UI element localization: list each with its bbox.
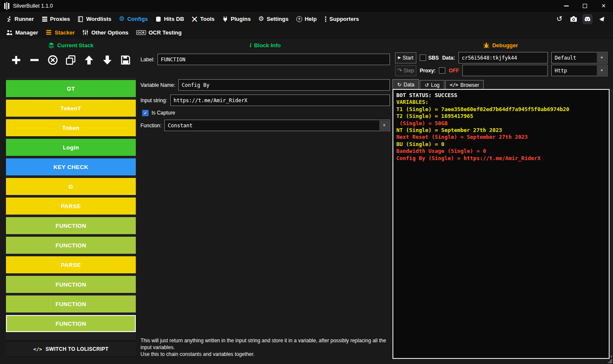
console-line: VARIABLES:: [396, 99, 606, 106]
switch-to-loliscript-button[interactable]: </> SWITCH TO LOLISCRIPT: [6, 341, 136, 357]
menu-item-label: Runner: [14, 16, 34, 22]
block-info-title: Block Info: [254, 42, 281, 49]
main-menubar: Runner Proxies Wordlists ⚙ Configs Hits …: [0, 12, 613, 26]
info-icon: i: [249, 42, 251, 49]
proxies-icon: [42, 16, 48, 22]
stack-block[interactable]: Login: [6, 139, 136, 156]
add-block-button[interactable]: [10, 54, 23, 66]
label-row: Label:: [140, 54, 390, 65]
stack-block[interactable]: FUNCTION: [6, 276, 136, 293]
menu-item-help[interactable]: ? Help: [292, 12, 321, 26]
minimize-button[interactable]: [557, 0, 576, 12]
proxy-type-dropdown[interactable]: Http ▼: [551, 65, 607, 76]
stack-block[interactable]: TokenT: [6, 100, 136, 117]
step-button-label: Step: [404, 68, 414, 74]
start-button[interactable]: ▶ Start: [395, 52, 416, 63]
manager-people-icon: [6, 29, 13, 35]
wordlist-type-dropdown[interactable]: Default ▼: [551, 52, 607, 63]
stack-block[interactable]: G: [6, 178, 136, 195]
is-capture-row: ✓ Is Capture: [142, 109, 392, 116]
debugger-row-2: ↷ Step Proxy: OFF Http ▼: [395, 65, 607, 76]
menu-item-hits-db[interactable]: Hits DB: [152, 12, 188, 26]
input-string-label: Input string:: [140, 97, 167, 103]
stack-block-selected[interactable]: FUNCTION: [6, 315, 136, 332]
stack-block[interactable]: KEY CHECK: [6, 158, 136, 175]
menu-item-proxies[interactable]: Proxies: [38, 12, 74, 26]
tab-browser[interactable]: </> Browser: [445, 80, 484, 89]
window-resize-grip[interactable]: [607, 358, 612, 363]
history-button[interactable]: ↺: [554, 14, 564, 24]
proxy-input[interactable]: [462, 65, 548, 76]
stack-block[interactable]: PARSE: [6, 256, 136, 273]
stack-block[interactable]: GT: [6, 80, 136, 97]
log-history-icon: ↺: [424, 83, 429, 88]
menu-item-label: Wordlists: [86, 16, 111, 22]
clone-block-button[interactable]: [64, 54, 77, 66]
menu-item-settings[interactable]: ⚙ Settings: [255, 12, 292, 26]
save-stack-button[interactable]: [119, 54, 132, 66]
stack-block[interactable]: FUNCTION: [6, 237, 136, 254]
stack-layers-icon: [48, 42, 54, 49]
plus-icon: [11, 55, 21, 65]
input-string-input[interactable]: [170, 95, 390, 106]
wordlists-icon: [77, 16, 83, 22]
stack-block[interactable]: Token: [6, 119, 136, 136]
settings-gear-icon: ⚙: [258, 16, 264, 22]
console-scrollbar[interactable]: ▼: [610, 89, 613, 359]
debugger-header: Debugger: [392, 42, 609, 49]
menu-item-runner[interactable]: Runner: [2, 12, 38, 26]
browser-code-icon: </>: [450, 82, 458, 88]
switch-button-label: SWITCH TO LOLISCRIPT: [46, 346, 109, 352]
console-line: (Single) = 50GB: [396, 120, 606, 127]
menu-item-label: Hits DB: [164, 16, 184, 22]
menu-item-plugins[interactable]: Plugins: [218, 12, 255, 26]
data-input[interactable]: [458, 52, 548, 63]
clear-stack-button[interactable]: [46, 54, 59, 66]
tab-log[interactable]: ↺ Log: [420, 80, 444, 89]
history-icon: ↺: [556, 15, 562, 23]
function-dropdown[interactable]: Constant ▼: [164, 120, 390, 131]
console-line: BU (Single) = 0: [396, 141, 606, 148]
sbs-checkbox[interactable]: [420, 54, 426, 61]
plug-icon: [222, 16, 228, 22]
is-capture-checkbox[interactable]: ✓: [142, 110, 149, 116]
scroll-down-icon[interactable]: ▼: [610, 354, 613, 358]
submenu-item-stacker[interactable]: Stacker: [42, 26, 78, 39]
proxy-checkbox[interactable]: [439, 67, 445, 74]
submenu-item-ocr-testing[interactable]: OCR OCR Testing: [132, 26, 186, 39]
debugger-console[interactable]: BOT STATUS: SUCCESS VARIABLES: T1 (Singl…: [392, 89, 610, 359]
menu-item-supporters[interactable]: Supporters: [321, 12, 363, 26]
stack-block[interactable]: PARSE: [6, 198, 136, 215]
maximize-button[interactable]: [576, 0, 594, 12]
menu-item-tools[interactable]: Tools: [188, 12, 218, 26]
step-button[interactable]: ↷ Step: [395, 65, 416, 76]
screenshot-button[interactable]: [568, 14, 579, 24]
label-input[interactable]: [158, 54, 390, 65]
stack-list: GT TokenT Token Login KEY CHECK G PARSE …: [6, 77, 136, 340]
window-controls: ×: [557, 0, 613, 12]
stack-block[interactable]: FUNCTION: [6, 217, 136, 234]
function-label: Function:: [140, 123, 161, 129]
console-line: Next Reset (Single) = September 27th 202…: [396, 134, 606, 140]
submenu-item-other-options[interactable]: Other Options: [78, 26, 132, 39]
copy-icon: [66, 55, 76, 65]
tab-data[interactable]: ↻ Data: [392, 79, 419, 89]
discord-button[interactable]: [582, 14, 593, 24]
menu-item-wordlists[interactable]: Wordlists: [74, 12, 115, 26]
refresh-icon: ↻: [397, 82, 401, 87]
submenu-item-manager[interactable]: Manager: [2, 26, 42, 39]
move-down-button[interactable]: [101, 54, 114, 66]
console-line: T1 (Single) = 7aee358e60ef02ed7b64df7a94…: [396, 106, 606, 113]
telegram-button[interactable]: [596, 14, 607, 24]
stack-block[interactable]: FUNCTION: [6, 295, 136, 312]
menu-item-configs[interactable]: ⚙ Configs: [115, 12, 152, 26]
current-stack-title: Current Stack: [57, 42, 93, 49]
console-line: NT (Single) = September 27th 2023: [396, 127, 606, 134]
variable-name-input[interactable]: [178, 79, 390, 91]
stack-toolbar: [6, 52, 136, 68]
move-up-button[interactable]: [83, 54, 95, 66]
close-button[interactable]: ×: [594, 0, 613, 12]
is-capture-label: Is Capture: [152, 110, 175, 116]
help-icon: ?: [296, 16, 302, 22]
remove-block-button[interactable]: [28, 54, 41, 66]
